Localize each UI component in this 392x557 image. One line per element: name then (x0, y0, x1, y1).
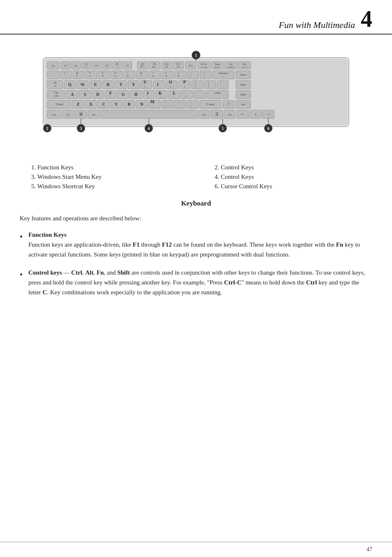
svg-text:☰: ☰ (215, 112, 219, 116)
label-3: 3. Windows Start Menu Key (28, 172, 211, 182)
svg-text:⊪▲: ⊪▲ (177, 66, 180, 68)
svg-text:F4: F4 (95, 65, 98, 67)
svg-text:*: * (152, 72, 154, 74)
svg-rect-204 (101, 110, 197, 118)
svg-text:R: R (106, 82, 110, 87)
svg-text:=: = (203, 74, 205, 78)
bullet-dot-1: • (20, 230, 23, 243)
svg-rect-154 (181, 90, 193, 99)
svg-text:E: E (94, 82, 97, 87)
svg-text:Fn: Fn (67, 113, 69, 116)
svg-text:]: ] (208, 85, 209, 88)
svg-text:Backspace: Backspace (219, 72, 228, 74)
svg-rect-81 (187, 71, 199, 79)
svg-text:K: K (159, 91, 162, 95)
bullet-dot-2: • (20, 268, 23, 281)
svg-text:4: 4 (102, 74, 104, 78)
svg-text:%: % (114, 72, 116, 74)
svg-text:←: ← (240, 111, 245, 117)
svg-text:/ /: / / (190, 105, 192, 107)
svg-text:F2: F2 (75, 65, 77, 67)
svg-text:Tab: Tab (53, 81, 57, 84)
svg-text:@: @ (76, 72, 78, 74)
svg-text:F5: F5 (106, 65, 108, 67)
bullet-content-2: Control keys — Ctrl, Alt, Fn, and Shift … (28, 268, 372, 297)
label-1: 1. Function Keys (28, 163, 211, 172)
svg-text:F1: F1 (65, 65, 67, 67)
svg-text:⇧Shift: ⇧Shift (206, 103, 214, 106)
svg-text:5: 5 (222, 126, 224, 131)
svg-text:Ctrl: Ctrl (52, 113, 56, 116)
bullet-item-function-keys: • Function Keys Function keys are applic… (20, 230, 372, 259)
svg-text:☼: ☼ (116, 66, 118, 68)
label-5: 5. Windows Shortcut Key (28, 182, 211, 191)
svg-text:⇥: ⇥ (54, 85, 56, 87)
svg-text:H: H (134, 92, 138, 97)
svg-rect-57 (85, 71, 97, 79)
svg-text:1: 1 (64, 72, 65, 75)
svg-text:Home: Home (240, 74, 247, 76)
svg-rect-84 (200, 71, 212, 79)
svg-rect-49 (47, 71, 59, 79)
svg-text:L: L (173, 91, 176, 95)
svg-text:PgUp: PgUp (240, 83, 246, 86)
svg-text:6: 6 (127, 74, 129, 78)
svg-text:X: X (89, 102, 92, 106)
control-keys-text: Control keys — Ctrl, Alt, Fn, and Shift … (28, 269, 365, 296)
svg-text:↵Enter: ↵Enter (214, 92, 221, 94)
function-keys-text: Function keys are application-driven, li… (28, 241, 360, 258)
svg-text:NumLk: NumLk (228, 66, 234, 68)
svg-text:B: B (128, 102, 131, 106)
svg-rect-63 (111, 71, 122, 79)
svg-text:Q: Q (68, 82, 71, 87)
svg-text:?: ? (190, 101, 191, 104)
svg-text:End: End (241, 103, 245, 106)
svg-text:Pause: Pause (215, 63, 220, 65)
svg-text:8: 8 (152, 74, 154, 78)
svg-text:G: G (122, 92, 125, 97)
svg-text:U: U (143, 80, 146, 84)
svg-text:PgDn: PgDn (240, 93, 246, 96)
svg-text:^: ^ (127, 72, 128, 74)
svg-text:4: 4 (145, 86, 146, 88)
keyboard-labels: 1. Function Keys 2. Control Keys 3. Wind… (20, 163, 372, 191)
chapter-title-block: Fun with Multimedia 4 (279, 7, 372, 30)
svg-text:→: → (266, 111, 271, 117)
function-keys-term: Function Keys (28, 231, 67, 238)
svg-text:↙/□: ↙/□ (85, 66, 88, 68)
svg-text:▲☼: ▲☼ (152, 65, 157, 68)
keyboard-diagram-container: Esc F1 F2 F3 ↙/□ F4 F5 F6 ☼ (20, 46, 372, 153)
svg-text:F11: F11 (176, 63, 180, 65)
svg-text:Ins: Ins (230, 63, 233, 65)
svg-text:5: 5 (114, 74, 116, 78)
svg-text:F10: F10 (164, 63, 168, 65)
svg-text:M: M (150, 99, 154, 104)
svg-rect-121 (204, 81, 216, 89)
svg-text:A: A (71, 92, 74, 97)
svg-text:Y: Y (132, 82, 135, 87)
keyboard-svg: Esc F1 F2 F3 ↙/□ F4 F5 F6 ☼ (36, 46, 356, 136)
svg-text:[: [ (195, 85, 196, 88)
chapter-number: 4 (361, 7, 372, 30)
svg-text:N: N (140, 102, 143, 106)
svg-text:{: { (195, 81, 196, 84)
main-content: Esc F1 F2 F3 ↙/□ F4 F5 F6 ☼ (0, 35, 392, 330)
label-4: 4. Control Keys (211, 172, 364, 182)
section-heading: Keyboard (20, 199, 372, 208)
keyboard-diagram: Esc F1 F2 F3 ↙/□ F4 F5 F6 ☼ (28, 46, 364, 153)
intro-text: Key features and operations are describe… (20, 213, 372, 223)
svg-text:': ' (198, 95, 198, 97)
svg-text:F12: F12 (189, 65, 192, 67)
svg-text:Prt Scr: Prt Scr (201, 63, 207, 65)
svg-text:↓: ↓ (254, 111, 257, 117)
svg-text:0: 0 (178, 74, 180, 78)
svg-text:}: } (208, 81, 209, 84)
svg-text:V: V (115, 102, 118, 106)
svg-text:W: W (81, 82, 85, 87)
svg-text:C: C (102, 102, 105, 106)
svg-text:2: 2 (46, 126, 48, 131)
svg-text:F7: F7 (126, 65, 129, 67)
svg-text:Caps: Caps (54, 91, 59, 94)
svg-text:J: J (147, 91, 149, 95)
svg-rect-75 (162, 71, 173, 79)
